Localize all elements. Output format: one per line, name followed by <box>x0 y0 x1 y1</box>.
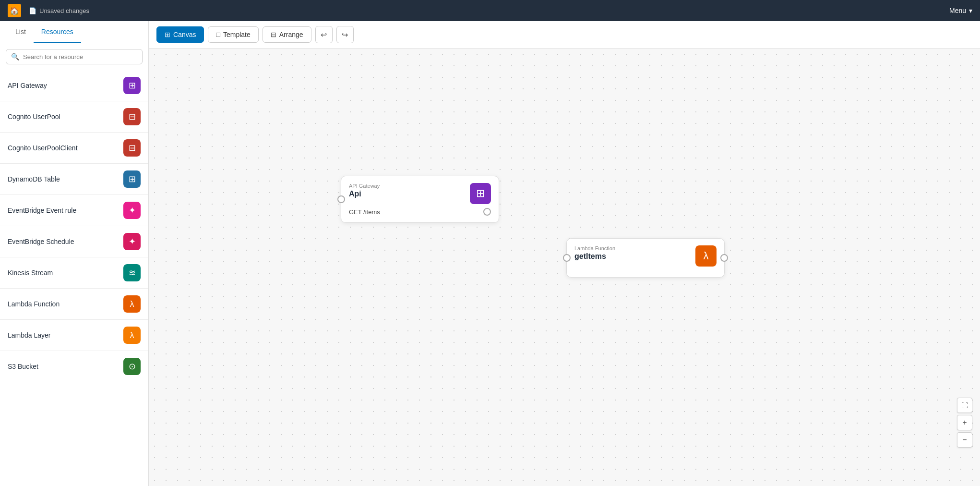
tab-list[interactable]: List <box>8 21 34 43</box>
resource-name: Cognito UserPool <box>8 113 60 121</box>
chevron-down-icon: ▾ <box>969 7 972 14</box>
template-button[interactable]: □ Template <box>208 26 258 43</box>
unsaved-icon: 📄 <box>29 7 36 14</box>
node-info: API Gateway Api <box>349 183 465 198</box>
left-connector[interactable] <box>563 254 571 262</box>
topbar-left: 🏠 📄 Unsaved changes <box>8 4 89 17</box>
fullscreen-icon: ⛶ <box>961 401 968 409</box>
redo-button[interactable]: ↪ <box>336 26 354 43</box>
resource-name: Lambda Layer <box>8 331 51 339</box>
node-type: Lambda Function <box>574 245 691 251</box>
search-icon: 🔍 <box>11 53 19 61</box>
resource-name: S3 Bucket <box>8 363 38 370</box>
canvas-area: ⊞ Canvas □ Template ⊟ Arrange ↩ ↪ <box>149 21 980 486</box>
list-item[interactable]: DynamoDB Table ⊞ <box>0 164 148 195</box>
resource-name: Kinesis Stream <box>8 269 53 277</box>
resource-name: Lambda Function <box>8 300 60 308</box>
home-button[interactable]: 🏠 <box>8 4 21 17</box>
zoom-out-icon: − <box>962 436 967 444</box>
redo-icon: ↪ <box>342 30 348 39</box>
endpoint-label: GET /items <box>349 208 380 216</box>
resource-list: API Gateway ⊞ Cognito UserPool ⊟ Cognito… <box>0 70 148 486</box>
resource-icon: ⊟ <box>123 108 141 125</box>
list-item[interactable]: Cognito UserPoolClient ⊟ <box>0 133 148 164</box>
menu-button[interactable]: Menu ▾ <box>949 7 972 14</box>
right-connector[interactable] <box>483 208 491 216</box>
list-item[interactable]: Lambda Function λ <box>0 289 148 320</box>
canvas-grid-icon: ⊞ <box>165 31 170 38</box>
search-wrapper[interactable]: 🔍 <box>6 49 143 64</box>
template-icon: □ <box>216 31 220 38</box>
search-container: 🔍 <box>0 43 148 70</box>
zoom-controls: ⛶ + − <box>957 398 972 448</box>
resource-icon: ✦ <box>123 233 141 250</box>
list-item[interactable]: Kinesis Stream ≋ <box>0 257 148 289</box>
canvas-button[interactable]: ⊞ Canvas <box>156 26 204 43</box>
list-item[interactable]: EventBridge Event rule ✦ <box>0 195 148 226</box>
sidebar: List Resources 🔍 API Gateway ⊞ Cognito U… <box>0 21 149 486</box>
node-header: Lambda Function getItems λ <box>574 245 717 267</box>
resource-icon: ≋ <box>123 264 141 281</box>
left-connector[interactable] <box>337 195 345 203</box>
node-name: getItems <box>574 252 691 261</box>
arrange-icon: ⊟ <box>271 31 276 38</box>
unsaved-changes-label: 📄 Unsaved changes <box>29 7 89 14</box>
topbar: 🏠 📄 Unsaved changes Menu ▾ <box>0 0 980 21</box>
main-layout: List Resources 🔍 API Gateway ⊞ Cognito U… <box>0 21 980 486</box>
node-header: API Gateway Api ⊞ <box>349 183 491 204</box>
node-icon: ⊞ <box>470 183 491 204</box>
canvas[interactable]: ⛶ + − API Gateway Api ⊞ GET /items <box>149 49 980 486</box>
node-info: Lambda Function getItems <box>574 245 691 261</box>
arrange-button[interactable]: ⊟ Arrange <box>263 26 311 43</box>
search-input[interactable] <box>23 53 137 61</box>
node-api-gateway[interactable]: API Gateway Api ⊞ GET /items <box>341 176 499 223</box>
list-item[interactable]: S3 Bucket ⊙ <box>0 351 148 382</box>
undo-icon: ↩ <box>321 30 327 39</box>
resource-icon: ✦ <box>123 202 141 219</box>
resource-name: EventBridge Event rule <box>8 207 76 214</box>
resource-name: DynamoDB Table <box>8 175 60 183</box>
zoom-in-icon: + <box>962 418 967 427</box>
fullscreen-button[interactable]: ⛶ <box>957 398 972 413</box>
node-lambda-fn[interactable]: Lambda Function getItems λ <box>566 238 725 278</box>
resource-icon: λ <box>123 295 141 313</box>
sidebar-tabs: List Resources <box>0 21 148 43</box>
canvas-toolbar: ⊞ Canvas □ Template ⊟ Arrange ↩ ↪ <box>149 21 980 49</box>
resource-name: API Gateway <box>8 82 47 89</box>
zoom-out-button[interactable]: − <box>957 432 972 448</box>
resource-icon: λ <box>123 327 141 344</box>
node-type: API Gateway <box>349 183 465 189</box>
node-name: Api <box>349 190 465 198</box>
node-endpoint: GET /items <box>349 208 491 216</box>
node-icon: λ <box>695 245 717 267</box>
tab-resources[interactable]: Resources <box>34 21 81 43</box>
resource-icon: ⊞ <box>123 77 141 94</box>
resource-name: Cognito UserPoolClient <box>8 144 78 152</box>
resource-icon: ⊞ <box>123 170 141 188</box>
list-item[interactable]: Lambda Layer λ <box>0 320 148 351</box>
resource-name: EventBridge Schedule <box>8 238 74 245</box>
resource-icon: ⊙ <box>123 358 141 375</box>
list-item[interactable]: API Gateway ⊞ <box>0 70 148 101</box>
zoom-in-button[interactable]: + <box>957 415 972 430</box>
right-connector-side[interactable] <box>720 254 728 262</box>
undo-button[interactable]: ↩ <box>315 26 333 43</box>
resource-icon: ⊟ <box>123 139 141 157</box>
list-item[interactable]: EventBridge Schedule ✦ <box>0 226 148 257</box>
list-item[interactable]: Cognito UserPool ⊟ <box>0 101 148 133</box>
